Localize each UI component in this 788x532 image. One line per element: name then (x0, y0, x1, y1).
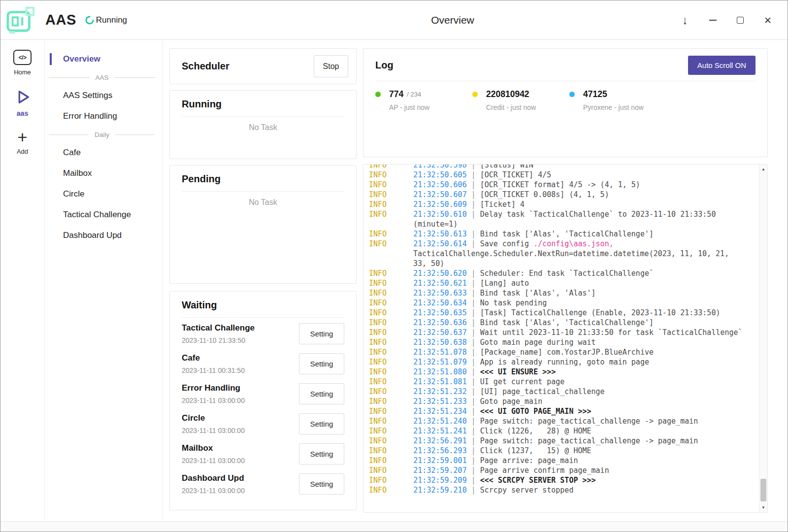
update-button[interactable]: ↓ (674, 9, 696, 31)
maximize-button[interactable] (729, 9, 751, 31)
log-separator: | (467, 180, 480, 189)
log-message: Click (1237, 15) @ HOME (480, 446, 591, 455)
log-line: INFO 21:32:51.241 | Click (1226, 28) @ H… (369, 426, 744, 436)
log-time: 21:32:50.614 (413, 239, 466, 248)
log-time: 21:32:56.293 (413, 446, 466, 455)
log-time: 21:32:50.637 (413, 328, 466, 337)
log-message: [Task] TacticalChallenge (Enable, 2023-1… (480, 308, 721, 317)
menu-item-mailbox[interactable]: Mailbox (45, 163, 163, 184)
log-message: ./config\aas.json, (533, 239, 614, 248)
menu-item-tactical-challenge[interactable]: Tactical Challenge (45, 204, 163, 225)
close-button[interactable]: ✕ (757, 9, 779, 31)
log-card: Log Auto Scroll ON 774/ 234AP - just now… (363, 48, 768, 157)
log-level: INFO (369, 466, 413, 475)
horizontal-scrollbar[interactable] (0, 521, 788, 532)
menu-divider-aas: AAS (49, 72, 155, 83)
log-message: Goto page_main (480, 397, 542, 406)
log-time: 21:32:50.613 (413, 230, 466, 238)
log-line: INFO 21:32:51.233 | Goto page_main (369, 397, 744, 406)
log-message: No task pending (480, 299, 547, 307)
task-next-run: 2023-11-11 03:00:00 (182, 487, 245, 495)
main-content: Scheduler Stop Running No Task Pending N… (163, 40, 788, 522)
log-level: INFO (369, 289, 413, 298)
log-level: INFO (369, 456, 413, 465)
setting-button-error-handling[interactable]: Setting (299, 383, 344, 404)
menu-item-cafe[interactable]: Cafe (45, 142, 163, 163)
log-separator: | (467, 377, 480, 386)
log-line: INFO 21:32:50.607 | [OCR_TICKET 0.008s] … (369, 190, 744, 200)
menu-item-circle[interactable]: Circle (45, 184, 163, 204)
divider-label: AAS (90, 74, 115, 81)
log-level: INFO (369, 299, 413, 307)
rail-item-add[interactable]: + Add (17, 130, 28, 155)
log-time: 21:32:51.232 (413, 387, 466, 396)
log-line: INFO 21:32:59.001 | Page arrive: page_ma… (369, 456, 744, 466)
log-message: <<< UI GOTO PAGE_MAIN >>> (480, 407, 591, 416)
log-message: [Status] WIN (480, 164, 533, 169)
task-name: Cafe (182, 353, 245, 363)
log-separator: | (467, 436, 480, 445)
task-info: Cafe2023-11-11 00:31:50 (182, 353, 245, 374)
log-time: 21:32:59.210 (413, 486, 466, 495)
divider-label: Daily (89, 131, 115, 138)
task-info: Mailbox2023-11-11 03:00:00 (182, 443, 245, 465)
log-line: INFO 21:32:50.638 | Goto main page durin… (369, 337, 744, 347)
rail-item-home[interactable]: </> Home (13, 50, 32, 76)
log-separator: | (467, 200, 480, 209)
log-time: 21:32:51.234 (413, 407, 466, 416)
setting-button-dashboard-upd[interactable]: Setting (299, 473, 344, 495)
log-level: INFO (369, 200, 413, 209)
log-level: INFO (369, 397, 413, 406)
log-time: 21:32:51.241 (413, 427, 466, 435)
waiting-header: Waiting (182, 292, 344, 318)
setting-button-mailbox[interactable]: Setting (299, 443, 344, 465)
log-scrollbar[interactable]: ▲ ▼ (759, 165, 767, 512)
divider-line (115, 77, 156, 78)
log-message: <<< SCRCPY SERVER STOP >>> (480, 476, 596, 485)
log-time: 21:32:50.638 (413, 338, 466, 347)
minimize-button[interactable] (702, 9, 723, 31)
log-level: INFO (369, 367, 413, 376)
scroll-up-button[interactable]: ▲ (759, 165, 767, 173)
task-next-run: 2023-11-11 03:00:00 (182, 457, 245, 465)
log-time: 21:32:59.001 (413, 456, 466, 465)
divider-line (49, 134, 89, 135)
running-status-label: Running (96, 15, 127, 25)
setting-button-cafe[interactable]: Setting (299, 353, 344, 374)
log-level: INFO (369, 164, 413, 169)
divider-line (49, 77, 90, 78)
auto-scroll-button[interactable]: Auto Scroll ON (688, 56, 755, 75)
scroll-down-button[interactable]: ▼ (759, 503, 767, 512)
log-line: INFO 21:32:50.636 | Bind task ['Alas', '… (369, 318, 744, 328)
rail-item-aas[interactable]: aas (14, 88, 32, 117)
log-message: Click (1226, 28) @ HOME (480, 427, 591, 435)
log-separator: | (467, 279, 480, 288)
menu-item-error-handling[interactable]: Error Handling (45, 106, 163, 127)
log-line: INFO 21:32:50.613 | Bind task ['Alas', '… (369, 229, 744, 239)
log-time: 21:32:51.078 (413, 348, 466, 357)
log-separator: | (467, 358, 480, 366)
log-line: INFO 21:32:50.609 | [Ticket] 4 (369, 200, 744, 209)
log-line: INFO 21:32:50.633 | Bind task ['Alas', '… (369, 288, 744, 298)
log-line: INFO 21:32:51.240 | Page switch: page_ta… (369, 416, 744, 426)
log-time: 21:32:51.079 (413, 358, 466, 366)
log-separator: | (467, 446, 480, 455)
setting-button-circle[interactable]: Setting (299, 413, 344, 434)
menu-item-dashboard-upd[interactable]: Dashboard Upd (45, 225, 163, 246)
log-separator: | (467, 239, 480, 248)
log-separator: | (467, 338, 480, 347)
waiting-task-row: Dashboard Upd2023-11-11 03:00:00Setting (182, 473, 344, 495)
setting-button-tactical-challenge[interactable]: Setting (299, 323, 344, 344)
log-time: 21:32:50.621 (413, 279, 466, 288)
log-level: INFO (369, 269, 413, 278)
scrollbar-thumb[interactable] (760, 479, 766, 501)
log-line: INFO 21:32:51.080 | <<< UI ENSURE >>> (369, 367, 744, 377)
menu-item-overview[interactable]: Overview (45, 49, 163, 69)
task-info: Circle2023-11-11 03:00:00 (182, 413, 245, 434)
stat-top: 47125 (569, 89, 666, 100)
maximize-icon (737, 17, 744, 24)
log-separator: | (467, 230, 480, 238)
stop-button[interactable]: Stop (314, 55, 348, 77)
log-message: [Ticket] 4 (480, 200, 525, 209)
menu-item-aas-settings[interactable]: AAS Settings (45, 85, 163, 106)
